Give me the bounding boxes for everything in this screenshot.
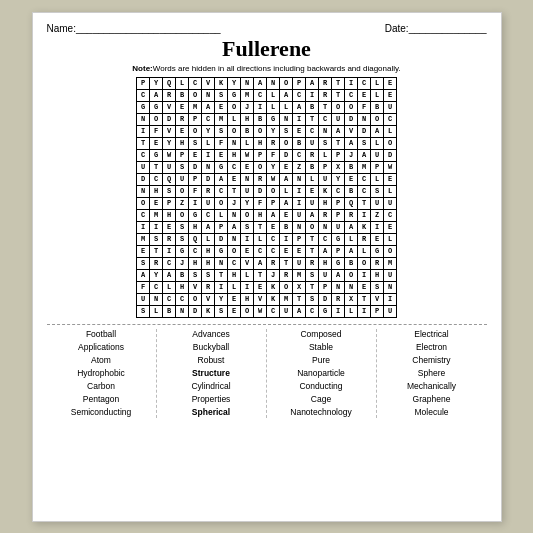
grid-cell: O	[280, 282, 293, 294]
grid-cell: C	[267, 246, 280, 258]
grid-cell: E	[371, 234, 384, 246]
grid-cell: A	[345, 246, 358, 258]
grid-cell: B	[345, 186, 358, 198]
grid-cell: E	[163, 222, 176, 234]
grid-cell: T	[215, 270, 228, 282]
grid-cell: N	[384, 282, 397, 294]
grid-cell: C	[319, 234, 332, 246]
grid-cell: L	[358, 246, 371, 258]
grid-cell: J	[241, 102, 254, 114]
word-item: Cage	[311, 394, 331, 405]
grid-cell: L	[280, 102, 293, 114]
grid-cell: P	[176, 150, 189, 162]
grid-cell: N	[215, 258, 228, 270]
grid-cell: T	[254, 222, 267, 234]
grid-cell: M	[280, 294, 293, 306]
grid-cell: E	[306, 186, 319, 198]
grid-cell: H	[319, 258, 332, 270]
grid-cell: Z	[293, 162, 306, 174]
word-column: AdvancesBuckyballRobustStructureCylindri…	[157, 329, 267, 418]
grid-cell: A	[202, 102, 215, 114]
grid-cell: C	[306, 306, 319, 318]
grid-cell: E	[241, 246, 254, 258]
grid-cell: T	[137, 138, 150, 150]
grid-cell: X	[345, 294, 358, 306]
grid-cell: E	[267, 222, 280, 234]
word-item: Pentagon	[83, 394, 119, 405]
grid-cell: E	[384, 222, 397, 234]
grid-cell: V	[345, 126, 358, 138]
grid-cell: D	[358, 126, 371, 138]
header: Name:__________________________ Date:___…	[47, 23, 487, 34]
grid-cell: D	[163, 114, 176, 126]
grid-cell: I	[293, 186, 306, 198]
grid-cell: S	[176, 162, 189, 174]
grid-cell: U	[137, 162, 150, 174]
grid-cell: C	[202, 114, 215, 126]
grid-cell: Y	[215, 294, 228, 306]
grid-cell: S	[150, 234, 163, 246]
grid-cell: U	[202, 198, 215, 210]
grid-cell: U	[384, 198, 397, 210]
grid-cell: K	[267, 282, 280, 294]
grid-cell: H	[228, 150, 241, 162]
grid-cell: R	[319, 78, 332, 90]
grid-cell: C	[358, 78, 371, 90]
grid-cell: P	[319, 282, 332, 294]
word-item: Mechanically	[407, 381, 456, 392]
grid-cell: O	[228, 102, 241, 114]
grid-cell: P	[215, 222, 228, 234]
grid-cell: S	[280, 126, 293, 138]
grid-cell: P	[254, 150, 267, 162]
grid-cell: M	[358, 162, 371, 174]
grid-cell: S	[241, 222, 254, 234]
grid-cell: R	[306, 150, 319, 162]
grid-cell: U	[332, 222, 345, 234]
grid-cell: E	[384, 174, 397, 186]
grid-cell: C	[189, 78, 202, 90]
grid-cell: V	[202, 78, 215, 90]
words-section: FootballApplicationsAtomHydrophobicCarbo…	[47, 324, 487, 418]
word-item: Advances	[192, 329, 229, 340]
grid-cell: T	[319, 102, 332, 114]
grid-cell: R	[371, 258, 384, 270]
grid-cell: C	[345, 90, 358, 102]
grid-cell: T	[358, 294, 371, 306]
grid-cell: L	[254, 234, 267, 246]
grid-cell: N	[202, 90, 215, 102]
grid-cell: L	[384, 126, 397, 138]
grid-cell: K	[215, 78, 228, 90]
word-item: Cylindrical	[191, 381, 230, 392]
grid-cell: H	[241, 294, 254, 306]
grid-cell: M	[241, 90, 254, 102]
grid-cell: L	[163, 282, 176, 294]
word-item: Chemistry	[412, 355, 450, 366]
grid-cell: I	[137, 222, 150, 234]
grid-cell: E	[228, 294, 241, 306]
grid-cell: E	[384, 90, 397, 102]
grid-cell: U	[384, 306, 397, 318]
grid-cell: A	[371, 126, 384, 138]
grid-cell: V	[163, 126, 176, 138]
grid-cell: L	[150, 306, 163, 318]
grid-cell: E	[358, 282, 371, 294]
grid-cell: O	[384, 246, 397, 258]
grid-cell: E	[241, 162, 254, 174]
grid-cell: D	[254, 186, 267, 198]
grid-cell: S	[371, 186, 384, 198]
grid-cell: O	[306, 222, 319, 234]
grid-cell: I	[137, 126, 150, 138]
grid-cell: W	[384, 162, 397, 174]
grid-cell: L	[228, 114, 241, 126]
grid-cell: R	[306, 258, 319, 270]
grid-cell: S	[306, 294, 319, 306]
grid-cell: E	[228, 306, 241, 318]
grid-cell: I	[293, 114, 306, 126]
grid-cell: R	[358, 234, 371, 246]
grid-cell: L	[202, 234, 215, 246]
grid-cell: K	[202, 306, 215, 318]
grid-cell: T	[306, 234, 319, 246]
grid-cell: M	[215, 114, 228, 126]
grid-cell: R	[202, 186, 215, 198]
grid-cell: R	[319, 90, 332, 102]
